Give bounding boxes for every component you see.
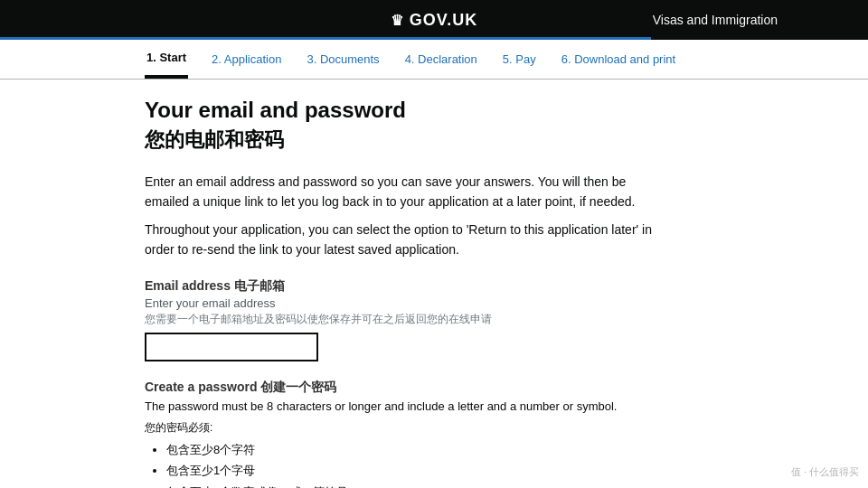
password-hint-en: The password must be 8 characters or lon…	[145, 398, 651, 416]
password-section: Create a password 创建一个密码 The password mu…	[145, 380, 723, 488]
service-title: Visas and Immigration	[653, 13, 778, 27]
password-rule-3: 包含至少1个数字或像@或%等符号	[166, 482, 723, 488]
description-1: Enter an email address and password so y…	[145, 172, 669, 212]
email-hint-cn: 您需要一个电子邮箱地址及密码以使您保存并可在之后返回您的在线申请	[145, 312, 723, 327]
description-2: Throughout your application, you can sel…	[145, 220, 669, 260]
main-content: Your email and password 您的电邮和密码 Enter an…	[0, 80, 868, 488]
progress-bar	[0, 37, 651, 40]
password-rule-2: 包含至少1个字母	[166, 460, 723, 481]
email-hint-en: Enter your email address	[145, 296, 723, 310]
steps-navigation: 1. Start 2. Application 3. Documents 4. …	[0, 40, 868, 80]
gov-logo-text: GOV.UK	[410, 11, 477, 30]
crown-icon: ♛	[391, 12, 404, 29]
step-1-start[interactable]: 1. Start	[145, 40, 188, 79]
email-label: Email address 电子邮箱	[145, 278, 723, 295]
page-title-english: Your email and password	[145, 98, 723, 123]
step-3-documents[interactable]: 3. Documents	[305, 40, 381, 79]
email-input[interactable]	[145, 333, 318, 361]
site-header: ♛ GOV.UK Visas and Immigration	[0, 0, 868, 40]
password-rule-1: 包含至少8个字符	[166, 439, 723, 460]
page-title-chinese: 您的电邮和密码	[145, 127, 723, 154]
step-2-application[interactable]: 2. Application	[210, 40, 283, 79]
password-rules-list: 包含至少8个字符 包含至少1个字母 包含至少1个数字或像@或%等符号	[166, 439, 723, 488]
step-5-pay[interactable]: 5. Pay	[501, 40, 538, 79]
step-4-declaration[interactable]: 4. Declaration	[403, 40, 479, 79]
gov-logo: ♛ GOV.UK	[391, 11, 477, 30]
email-section: Email address 电子邮箱 Enter your email addr…	[145, 278, 723, 361]
password-label: Create a password 创建一个密码	[145, 380, 723, 396]
password-hint-cn: 您的密码必须:	[145, 420, 723, 436]
step-6-download[interactable]: 6. Download and print	[560, 40, 677, 79]
